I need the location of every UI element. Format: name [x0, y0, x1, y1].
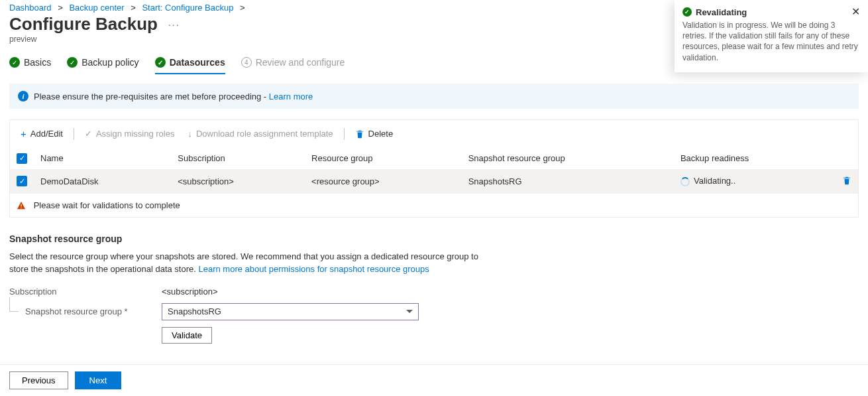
snapshot-rg-label: Snapshot resource group *	[25, 306, 128, 316]
check-icon: ✓	[155, 57, 166, 68]
tree-connector-icon	[9, 297, 19, 312]
delete-button[interactable]: Delete	[350, 126, 399, 141]
chevron-right-icon: >	[131, 3, 136, 13]
cmd-label: Delete	[368, 129, 394, 139]
tab-label: Basics	[24, 57, 51, 68]
row-delete-button[interactable]	[842, 177, 851, 187]
col-resource-group: Resource group	[305, 147, 462, 169]
warning-icon	[17, 201, 26, 210]
close-icon[interactable]: ✕	[851, 7, 860, 17]
info-text: Please ensure the pre-requisites are met…	[34, 92, 269, 101]
plus-icon: +	[21, 128, 27, 139]
check-icon: ✓	[67, 57, 78, 68]
snapshot-learn-more-link[interactable]: Learn more about permissions for snapsho…	[198, 264, 429, 274]
spinner-icon	[680, 177, 690, 186]
step-number-icon: 4	[241, 57, 252, 68]
cmd-label: Add/Edit	[30, 129, 63, 139]
cmd-label: Download role assignment template	[196, 129, 333, 139]
readiness-text: Validating..	[694, 176, 735, 186]
dropdown-value: SnapshotsRG	[168, 306, 221, 316]
tab-label: Datasources	[170, 57, 225, 68]
info-icon: i	[18, 91, 28, 101]
cell-subscription: <subscription>	[171, 169, 305, 194]
breadcrumb-start-configure[interactable]: Start: Configure Backup	[142, 3, 233, 13]
command-bar: + Add/Edit ✓ Assign missing roles Downlo…	[10, 120, 858, 147]
info-bar: i Please ensure the pre-requisites are m…	[9, 84, 859, 109]
download-icon	[188, 129, 192, 139]
col-name: Name	[34, 147, 171, 169]
col-backup-readiness: Backup readiness	[674, 147, 832, 169]
col-subscription: Subscription	[171, 147, 305, 169]
tab-label: Review and configure	[256, 57, 345, 68]
warning-text: Please wait for validations to complete	[34, 200, 180, 210]
select-all-checkbox[interactable]: ✓	[17, 153, 27, 164]
checkmark-icon: ✓	[85, 129, 92, 139]
toast-body-text: Validation is in progress. We will be do…	[682, 20, 860, 63]
download-template-button: Download role assignment template	[182, 126, 338, 141]
datasources-table: ✓ Name Subscription Resource group Snaps…	[10, 147, 858, 217]
validate-button[interactable]: Validate	[162, 327, 212, 344]
table-row[interactable]: ✓ DemoDataDisk <subscription> <resource …	[10, 169, 858, 194]
info-learn-more-link[interactable]: Learn more	[269, 92, 313, 101]
separator	[74, 128, 74, 140]
separator	[344, 128, 345, 140]
tab-basics[interactable]: ✓ Basics	[9, 53, 51, 74]
cell-name: DemoDataDisk	[34, 169, 171, 194]
cell-resource-group: <resource group>	[305, 169, 462, 194]
col-snapshot-rg: Snapshot resource group	[462, 147, 674, 169]
tab-review-configure: 4 Review and configure	[241, 53, 345, 74]
trash-icon	[355, 129, 364, 139]
more-actions-button[interactable]: ···	[168, 19, 180, 30]
next-button[interactable]: Next	[75, 371, 122, 389]
snapshot-section-title: Snapshot resource group	[9, 233, 859, 244]
validation-warning-row: Please wait for validations to complete	[10, 194, 858, 218]
cmd-label: Assign missing roles	[96, 129, 175, 139]
subscription-value: <subscription>	[162, 287, 218, 297]
wizard-footer: Previous Next	[0, 364, 868, 396]
tab-datasources[interactable]: ✓ Datasources	[155, 53, 225, 74]
row-checkbox[interactable]: ✓	[17, 176, 27, 186]
subscription-label: Subscription	[9, 287, 162, 297]
chevron-right-icon: >	[240, 3, 245, 13]
snapshot-rg-dropdown[interactable]: SnapshotsRG	[162, 303, 419, 320]
previous-button[interactable]: Previous	[9, 371, 68, 389]
assign-roles-button: ✓ Assign missing roles	[80, 126, 180, 141]
snapshot-section-desc: Select the resource group where your sna…	[9, 251, 486, 276]
add-edit-button[interactable]: + Add/Edit	[15, 125, 68, 142]
tab-backup-policy[interactable]: ✓ Backup policy	[67, 53, 138, 74]
page-title: Configure Backup	[9, 14, 158, 34]
breadcrumb-backup-center[interactable]: Backup center	[69, 3, 124, 13]
cell-snapshot-rg: SnapshotsRG	[462, 169, 674, 194]
check-icon: ✓	[9, 57, 20, 68]
tab-label: Backup policy	[81, 57, 138, 68]
toast-notification: ✓ Revalidating ✕ Validation is in progre…	[675, 0, 868, 72]
success-icon: ✓	[682, 7, 692, 17]
breadcrumb-dashboard[interactable]: Dashboard	[9, 3, 52, 13]
toast-title-text: Revalidating	[696, 7, 747, 17]
datasources-card: + Add/Edit ✓ Assign missing roles Downlo…	[9, 119, 859, 218]
chevron-right-icon: >	[58, 3, 63, 13]
cell-readiness: Validating..	[674, 169, 832, 194]
